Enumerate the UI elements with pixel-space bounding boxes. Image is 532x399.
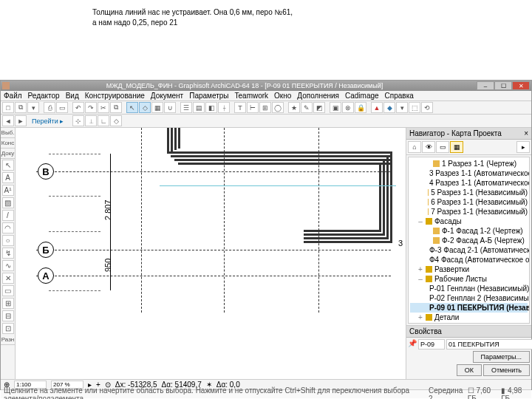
- tree-item[interactable]: –Рабочие Листы: [410, 274, 528, 284]
- nav-tab-publisher[interactable]: ▦: [450, 141, 463, 153]
- section-tool-icon[interactable]: ⊟: [2, 310, 14, 321]
- nav-tab-project[interactable]: ⌂: [408, 141, 421, 153]
- tree-item[interactable]: +3D-документы: [410, 322, 528, 324]
- save-icon[interactable]: ▾: [27, 102, 39, 113]
- new-icon[interactable]: □: [2, 102, 14, 113]
- suspend-icon[interactable]: ⊗: [342, 102, 354, 113]
- menu-view[interactable]: Вид: [66, 92, 79, 100]
- menu-document[interactable]: Документ: [151, 92, 183, 100]
- tree-item[interactable]: +Детали: [410, 313, 528, 322]
- open-icon[interactable]: ⧉: [15, 102, 27, 113]
- camera-icon[interactable]: ◩: [313, 102, 325, 113]
- menu-window[interactable]: Окно: [274, 92, 291, 100]
- tree-item[interactable]: Р-02 Генплан 2 (Независимый): [410, 293, 528, 303]
- prop-id-input[interactable]: [418, 339, 445, 349]
- orbit-icon[interactable]: ⟲: [421, 102, 433, 113]
- window-close[interactable]: ✕: [512, 81, 530, 90]
- spline-tool-icon[interactable]: ∿: [2, 260, 14, 271]
- params-button[interactable]: Параметры...: [473, 351, 530, 363]
- story-icon[interactable]: ▾: [396, 102, 408, 113]
- line-tool-icon[interactable]: /: [2, 210, 14, 221]
- trace-icon[interactable]: ◧: [205, 102, 217, 113]
- marquee-icon[interactable]: ▦: [151, 102, 163, 113]
- arc-tool-icon[interactable]: ◠: [2, 222, 14, 233]
- dim-icon[interactable]: ⊢: [247, 102, 259, 113]
- tree-item[interactable]: 1 Разрез 1-1 (Чертеж): [410, 159, 528, 168]
- arrow-icon[interactable]: ↖: [126, 102, 138, 113]
- layer-icon[interactable]: ▤: [193, 102, 205, 113]
- measure-icon[interactable]: ✎: [301, 102, 313, 113]
- tree-item[interactable]: Ф4 Фасад (Автоматическое обнов: [410, 255, 528, 265]
- favorites-icon[interactable]: ★: [288, 102, 300, 113]
- ruler-icon[interactable]: ⟊: [218, 102, 230, 113]
- drawing-tool-icon[interactable]: ⊞: [2, 298, 14, 309]
- prop-name-input[interactable]: [446, 339, 532, 349]
- print-icon[interactable]: ⎙: [44, 102, 55, 113]
- tree-item[interactable]: Ф-2 Фасад А-Б (Чертеж): [410, 236, 528, 245]
- palette-icon[interactable]: ⬚: [409, 102, 420, 113]
- arrow-tool-icon[interactable]: ↖: [2, 160, 14, 171]
- tree-item[interactable]: 3 Разрез 1-1 (Автоматическое обн: [410, 168, 528, 178]
- pin-icon[interactable]: 📌: [408, 339, 417, 349]
- snap2-icon[interactable]: ⟂: [85, 115, 97, 126]
- back-icon[interactable]: ◄: [2, 115, 14, 126]
- ok-button[interactable]: ОК: [457, 364, 482, 376]
- lock-icon[interactable]: 🔒: [355, 102, 366, 113]
- menu-file[interactable]: Файл: [4, 92, 22, 100]
- tree-item[interactable]: Ф-3 Фасад 2-1 (Автоматическое обнов: [410, 245, 528, 255]
- left-tab-design[interactable]: Конс: [1, 138, 15, 149]
- tree-item[interactable]: 6 Разрез 1-1 (Независимый): [410, 197, 528, 207]
- group-icon[interactable]: ▣: [330, 102, 341, 113]
- tree-item[interactable]: Р-01 Генплан (Независимый): [410, 284, 528, 293]
- cut-icon[interactable]: ✂: [98, 102, 109, 113]
- tree-item[interactable]: 5 Разрез 1-1 (Независимый): [410, 188, 528, 197]
- text-tool-icon[interactable]: A: [2, 172, 14, 183]
- detail-icon[interactable]: ◯: [272, 102, 284, 113]
- navigator-close-icon[interactable]: ×: [524, 129, 528, 137]
- label-tool-icon[interactable]: A¹: [2, 185, 14, 196]
- left-tab-misc[interactable]: Разн: [1, 335, 15, 345]
- redo-icon[interactable]: ↷: [85, 102, 97, 113]
- snap4-icon[interactable]: ◇: [110, 115, 122, 126]
- tree-item[interactable]: 7 Разрез 1-1 (Независимый): [410, 207, 528, 216]
- fwd-icon[interactable]: ►: [15, 115, 27, 126]
- drawing-canvas[interactable]: В Б А 2 807 950 3: [16, 128, 406, 379]
- pick-icon[interactable]: ◇: [139, 102, 151, 113]
- menu-design[interactable]: Конструирование: [85, 92, 145, 100]
- menu-help[interactable]: Справка: [385, 92, 414, 100]
- tree-item[interactable]: 4 Разрез 1-1 (Автоматическое обн: [410, 178, 528, 188]
- hotspot-tool-icon[interactable]: ✕: [2, 273, 14, 284]
- render-icon[interactable]: ◆: [383, 102, 395, 113]
- circle-tool-icon[interactable]: ○: [2, 235, 14, 246]
- section-icon[interactable]: ⊞: [259, 102, 271, 113]
- tree-item[interactable]: Р-09 01 ПЕЕКРЫТИЯ (Независи: [410, 303, 528, 313]
- menu-edit[interactable]: Редактор: [28, 92, 60, 100]
- menu-cadimage[interactable]: Cadimage: [345, 92, 379, 100]
- menu-teamwork[interactable]: Teamwork: [235, 92, 269, 100]
- snap1-icon[interactable]: ⊹: [72, 115, 84, 126]
- nav-tab-view[interactable]: 👁: [422, 141, 435, 153]
- snap3-icon[interactable]: ∟: [98, 115, 109, 126]
- fill-tool-icon[interactable]: ▨: [2, 197, 14, 208]
- tree-item[interactable]: –Фасады: [410, 216, 528, 226]
- undo-icon[interactable]: ↶: [72, 102, 84, 113]
- window-maximize[interactable]: ☐: [494, 81, 512, 90]
- copy-icon[interactable]: ⧉: [110, 102, 122, 113]
- left-tab-select[interactable]: Выб.: [1, 128, 15, 138]
- goto-link[interactable]: Перейти ▸: [27, 117, 68, 125]
- tree-item[interactable]: Ф-1 Фасад 1-2 (Чертеж): [410, 226, 528, 236]
- plot-icon[interactable]: ▭: [56, 102, 68, 113]
- menu-addons[interactable]: Дополнения: [297, 92, 339, 100]
- detail-tool-icon[interactable]: ⊡: [2, 323, 14, 334]
- nav-tab-layout[interactable]: ▭: [436, 141, 449, 153]
- nav-options-icon[interactable]: ▸: [516, 141, 530, 153]
- text-icon[interactable]: T: [234, 102, 246, 113]
- navigator-tree[interactable]: 1 Разрез 1-1 (Чертеж)3 Разрез 1-1 (Автом…: [408, 157, 530, 324]
- polyline-tool-icon[interactable]: ↯: [2, 248, 14, 259]
- cancel-button[interactable]: Отменить: [483, 364, 530, 376]
- tree-item[interactable]: +Развертки: [410, 265, 528, 274]
- menu-options[interactable]: Параметры: [189, 92, 228, 100]
- figure-tool-icon[interactable]: ▭: [2, 285, 14, 296]
- left-tab-doc[interactable]: Доку: [1, 149, 15, 159]
- magnet-icon[interactable]: ∪: [164, 102, 176, 113]
